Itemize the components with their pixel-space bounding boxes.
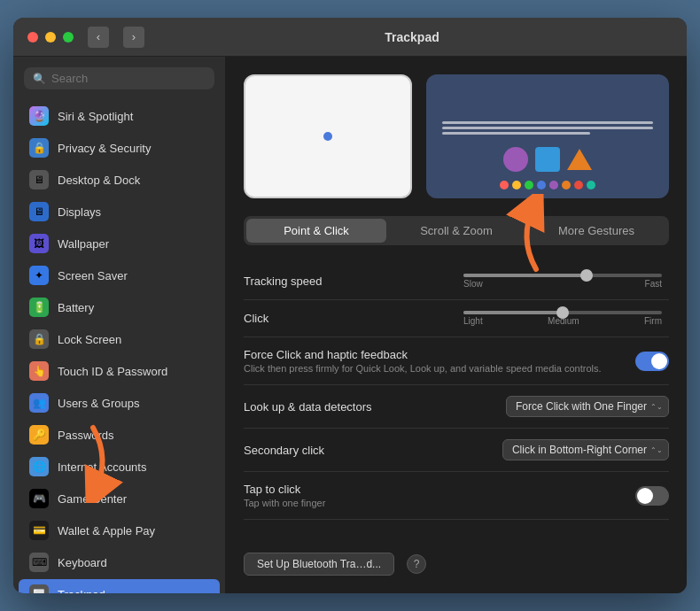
tab-point-click[interactable]: Point & Click (246, 219, 386, 243)
color-dot (562, 181, 571, 189)
sidebar-item-label: Passwords (58, 429, 114, 442)
sidebar-item-label: Wallet & Apple Pay (58, 524, 155, 538)
keyboard-icon: ⌨ (29, 553, 49, 572)
sidebar-item-gamecenter[interactable]: 🎮 Game Center (19, 483, 220, 514)
search-icon: 🔍 (33, 73, 46, 85)
forward-button[interactable]: › (123, 27, 144, 48)
wallet-icon: 💳 (29, 521, 49, 540)
tracking-speed-thumb[interactable] (580, 269, 593, 282)
wallpaper-icon: 🖼 (29, 234, 49, 253)
gesture-lines (435, 114, 660, 142)
gesture-line (442, 121, 653, 124)
sidebar-item-screensaver[interactable]: ✦ Screen Saver (19, 260, 220, 290)
color-dot (512, 181, 521, 189)
tracking-speed-labels: Slow Fast (463, 279, 662, 289)
circle-shape (503, 147, 528, 172)
sidebar-item-internet[interactable]: 🌐 Internet Accounts (19, 452, 220, 482)
sidebar-item-passwords[interactable]: 🔑 Passwords (19, 420, 220, 450)
click-light-label: Light (463, 316, 483, 326)
search-input[interactable] (51, 72, 206, 85)
sidebar-item-displays[interactable]: 🖥 Displays (19, 197, 220, 227)
tracking-speed-track[interactable] (463, 274, 662, 277)
sidebar-item-label: Trackpad (58, 588, 105, 594)
click-thumb[interactable] (556, 306, 569, 319)
gesture-icons-row (503, 147, 592, 172)
sidebar-item-keyboard[interactable]: ⌨ Keyboard (19, 547, 220, 577)
search-bar[interactable]: 🔍 (24, 67, 214, 89)
secondary-click-value: Click in Bottom-Right Corner (512, 444, 647, 456)
force-click-sublabel: Click then press firmly for Quick Look, … (244, 363, 635, 374)
sidebar: 🔍 🔮 Siri & Spotlight 🔒 Privacy & Securit… (13, 57, 226, 593)
tabs-row: Point & Click Scroll & Zoom More Gesture… (244, 216, 669, 245)
click-label: Click (244, 312, 456, 325)
tracking-speed-slider-container: Slow Fast (456, 274, 669, 289)
internet-icon: 🌐 (29, 457, 49, 476)
trackpad-dot (323, 132, 332, 141)
sidebar-item-users[interactable]: 👥 Users & Groups (19, 388, 220, 418)
sidebar-item-label: Keyboard (58, 556, 107, 569)
tracking-slow-label: Slow (463, 279, 483, 289)
sidebar-item-label: Touch ID & Password (58, 365, 167, 378)
tap-click-toggle[interactable] (635, 486, 669, 506)
tap-click-sublabel: Tap with one finger (244, 498, 635, 508)
color-dot (587, 181, 595, 189)
secondary-click-control: Click in Bottom-Right Corner (502, 439, 669, 460)
secondary-click-dropdown[interactable]: Click in Bottom-Right Corner (502, 439, 669, 460)
content-area: 🔍 🔮 Siri & Spotlight 🔒 Privacy & Securit… (13, 57, 687, 593)
color-dots (500, 181, 595, 189)
close-button[interactable] (27, 32, 38, 43)
sidebar-item-battery[interactable]: 🔋 Battery (19, 292, 220, 322)
gestures-preview (426, 74, 669, 198)
tracking-speed-row: Tracking speed Slow Fast (244, 263, 669, 300)
sidebar-item-privacy[interactable]: 🔒 Privacy & Security (19, 133, 220, 163)
sidebar-item-siri[interactable]: 🔮 Siri & Spotlight (19, 101, 220, 131)
force-click-toggle[interactable] (635, 352, 669, 371)
sidebar-item-label: Internet Accounts (58, 460, 146, 474)
sidebar-item-touchid[interactable]: 👆 Touch ID & Password (19, 356, 220, 386)
sidebar-item-trackpad[interactable]: ⬜ Trackpad (19, 579, 220, 593)
users-icon: 👥 (29, 393, 49, 413)
sidebar-item-wallpaper[interactable]: 🖼 Wallpaper (19, 228, 220, 259)
touchid-icon: 👆 (29, 361, 49, 381)
displays-icon: 🖥 (29, 202, 49, 221)
sidebar-item-wallet[interactable]: 💳 Wallet & Apple Pay (19, 515, 220, 545)
trackpad-preview (244, 74, 412, 198)
secondary-click-label: Secondary click (244, 444, 502, 457)
color-dot (500, 181, 509, 189)
force-click-control (635, 352, 669, 371)
force-click-row: Force Click and haptic feedback Click th… (244, 337, 669, 385)
tap-click-row: Tap to click Tap with one finger (244, 472, 669, 520)
lookup-row: Look up & data detectors Force Click wit… (244, 385, 669, 429)
minimize-button[interactable] (45, 32, 56, 43)
click-track[interactable] (463, 311, 662, 314)
sidebar-item-label: Users & Groups (58, 397, 139, 410)
desktop-icon: 🖥 (29, 170, 49, 189)
click-firm-label: Firm (644, 316, 662, 326)
triangle-shape (567, 149, 592, 170)
sidebar-item-label: Siri & Spotlight (58, 110, 133, 123)
gamecenter-icon: 🎮 (29, 489, 49, 508)
tap-click-label: Tap to click (244, 483, 635, 496)
force-click-knob (651, 353, 667, 369)
sidebar-item-label: Desktop & Dock (58, 174, 140, 187)
tracking-speed-label: Tracking speed (244, 275, 456, 288)
back-button[interactable]: ‹ (88, 27, 109, 48)
lockscreen-icon: 🔒 (29, 329, 49, 349)
maximize-button[interactable] (63, 32, 74, 43)
color-dot (574, 181, 583, 189)
tab-scroll-zoom[interactable]: Scroll & Zoom (386, 219, 526, 243)
main-window: ‹ › Trackpad 🔍 🔮 Siri & Spotlight 🔒 Priv… (13, 18, 687, 593)
sidebar-item-desktop[interactable]: 🖥 Desktop & Dock (19, 165, 220, 195)
titlebar: ‹ › Trackpad (13, 18, 687, 57)
sidebar-item-label: Game Center (58, 492, 127, 506)
help-button[interactable]: ? (407, 554, 426, 574)
tab-more-gestures[interactable]: More Gestures (526, 219, 666, 243)
force-click-label: Force Click and haptic feedback (244, 348, 635, 361)
sidebar-item-lockscreen[interactable]: 🔒 Lock Screen (19, 324, 220, 354)
lookup-dropdown[interactable]: Force Click with One Finger (506, 396, 669, 417)
tap-click-label-container: Tap to click Tap with one finger (244, 483, 635, 508)
setup-bluetooth-button[interactable]: Set Up Bluetooth Tra…d... (244, 553, 394, 576)
tap-click-knob (637, 488, 653, 504)
trackpad-icon: ⬜ (29, 584, 49, 593)
screensaver-icon: ✦ (29, 266, 49, 285)
